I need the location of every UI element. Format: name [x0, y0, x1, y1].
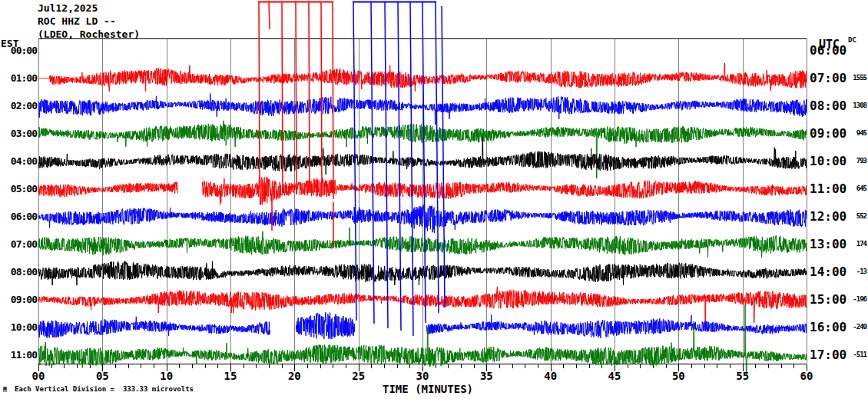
pulse-line-blue-7 [442, 6, 445, 308]
est-label-11:00: 11:00 [0, 349, 37, 361]
x-tick-label-10: 10 [151, 370, 182, 382]
x-tick-label-40: 40 [535, 370, 566, 382]
dc-value-08:00: 1308 [834, 101, 866, 109]
header-location: (LDEO, Rochester) [38, 28, 140, 40]
x-tick-label-50: 50 [663, 370, 694, 382]
header-date: Jul12,2025 [38, 2, 98, 14]
x-tick-label-45: 45 [599, 370, 630, 382]
dc-value-09:00: 945 [834, 129, 866, 137]
pulse-line-red-0 [259, 2, 260, 189]
x-tick-label-00: 00 [23, 370, 54, 382]
pulse-line-red-3 [296, 2, 297, 194]
pulse-line-red-4 [309, 2, 310, 191]
est-label-00:00: 00:00 [0, 45, 37, 56]
dc-value-11:00: 645 [834, 185, 866, 192]
dc-value-14:00: -13 [834, 268, 866, 275]
est-label-03:00: 03:00 [0, 128, 37, 139]
x-tick-label-25: 25 [343, 370, 374, 382]
dc-value-07:00: 1555 [834, 74, 866, 81]
x-axis-title: TIME (MINUTES) [359, 383, 497, 395]
pulse-line-blue-6 [436, 2, 439, 313]
x-tick-label-05: 05 [87, 370, 118, 382]
dc-value-16:00: -249 [834, 323, 866, 331]
est-label-08:00: 08:00 [0, 266, 37, 278]
helicorder-plot [0, 0, 868, 399]
dc-column-title: DC [848, 36, 856, 44]
est-label-05:00: 05:00 [0, 183, 37, 195]
helicorder-page: Jul12,2025 ROC HHZ LD -- (LDEO, Rocheste… [0, 0, 868, 399]
est-label-04:00: 04:00 [0, 155, 37, 167]
pulse-line-red-6 [333, 2, 333, 199]
pulse-line-blue-4 [410, 2, 413, 336]
utc-label-06:00: 06:00 [810, 43, 846, 58]
header-station: ROC HHZ LD -- [38, 15, 116, 27]
dc-value-12:00: 552 [834, 212, 866, 220]
dc-value-15:00: -196 [834, 295, 866, 303]
est-label-09:00: 09:00 [0, 294, 37, 305]
dc-value-13:00: 174 [834, 240, 866, 248]
est-label-01:00: 01:00 [0, 72, 37, 84]
pulse-line-red-2 [282, 2, 283, 192]
dc-value-10:00: 793 [834, 157, 866, 165]
est-label-10:00: 10:00 [0, 321, 37, 333]
est-label-07:00: 07:00 [0, 238, 37, 250]
x-tick-label-60: 60 [791, 370, 822, 382]
watermark-mark: M [3, 387, 7, 394]
est-label-06:00: 06:00 [0, 211, 37, 222]
x-tick-label-15: 15 [215, 370, 246, 382]
scale-note: Each Vertical Division = 333.33 microvol… [15, 385, 194, 393]
est-label-02:00: 02:00 [0, 100, 37, 111]
x-tick-label-35: 35 [471, 370, 502, 382]
x-tick-label-55: 55 [727, 370, 758, 382]
dc-value-17:00: -511 [834, 351, 866, 358]
x-tick-label-30: 30 [407, 370, 438, 382]
pulse-line-red-1 [269, 2, 270, 29]
pulse-line-red-5 [321, 2, 322, 193]
x-tick-label-20: 20 [279, 370, 310, 382]
